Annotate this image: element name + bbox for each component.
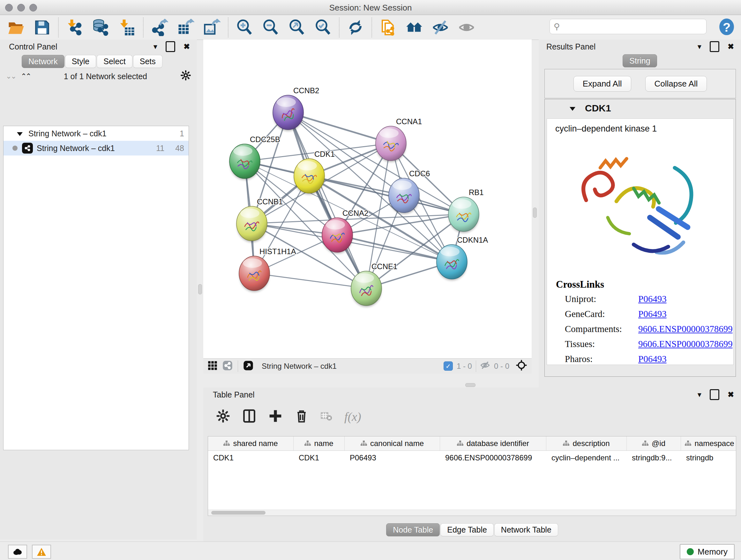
float-table-icon[interactable]	[710, 389, 719, 400]
crosslink-link[interactable]: P06493	[638, 309, 667, 319]
edge-CCNA2-CDKN1A[interactable]	[337, 235, 452, 262]
collection-expander-icon[interactable]	[17, 132, 23, 136]
selected-checkbox-icon[interactable]: ✓	[444, 361, 453, 371]
crosslink-link[interactable]: 9606.ENSP00000378699	[638, 339, 733, 349]
cell-database-identifier[interactable]: 9606.ENSP00000378699	[440, 451, 546, 465]
node-CCNB2[interactable]: CCNB2	[273, 86, 319, 131]
zoom-fit-icon[interactable]	[288, 18, 306, 37]
bottom-splitter-grip[interactable]	[465, 383, 475, 387]
left-splitter-grip[interactable]	[198, 284, 202, 294]
tab-network[interactable]: Network	[22, 55, 64, 68]
column-header--id[interactable]: @id	[627, 436, 681, 450]
cell--id[interactable]: stringdb:9...	[627, 451, 681, 465]
save-session-icon[interactable]	[33, 18, 51, 37]
zoom-out-icon[interactable]	[262, 18, 280, 37]
hidden-eye-slash-icon	[480, 360, 490, 372]
crosslink-link[interactable]: P06493	[638, 354, 667, 364]
tab-select[interactable]: Select	[97, 55, 132, 68]
tab-edge-table[interactable]: Edge Table	[441, 523, 494, 537]
search-input[interactable]	[560, 22, 706, 31]
cell-name[interactable]: CDK1	[293, 451, 345, 465]
column-header-canonical-name[interactable]: canonical name	[345, 436, 440, 450]
column-header-name[interactable]: name	[293, 436, 345, 450]
scrollbar-thumb[interactable]	[211, 511, 266, 515]
network-canvas[interactable]: CCNB2 CCNA1 CDC25B CDK1 CDC6 RB1	[203, 40, 532, 358]
edge-CCNB2-CCNE1[interactable]	[288, 112, 366, 288]
table-horizontal-scrollbar[interactable]	[208, 509, 736, 516]
search-box[interactable]: ⚲︎	[549, 19, 706, 34]
show-all-icon[interactable]	[458, 18, 475, 37]
export-table-icon[interactable]	[177, 18, 195, 37]
network-icon	[22, 143, 33, 153]
float-panel-icon[interactable]	[165, 41, 175, 52]
collapse-results-icon[interactable]: ▾	[697, 43, 701, 51]
node-HIST1H1A[interactable]: HIST1H1A	[239, 247, 296, 292]
column-header-shared-name[interactable]: shared name	[208, 436, 293, 450]
grid-view-icon[interactable]	[208, 361, 217, 372]
float-results-icon[interactable]	[710, 41, 719, 52]
zoom-in-icon[interactable]	[235, 18, 253, 37]
open-session-icon[interactable]	[7, 18, 25, 37]
tab-string[interactable]: String	[623, 54, 657, 67]
collapse-all-networks-icon[interactable]: ⌄⌄	[6, 72, 16, 80]
expand-all-networks-icon[interactable]: ⌃⌃	[21, 72, 30, 80]
entry-expander-icon[interactable]	[569, 107, 576, 111]
memory-button[interactable]: Memory	[680, 544, 735, 559]
fit-crosshair-icon[interactable]	[516, 360, 527, 373]
tab-sets[interactable]: Sets	[133, 55, 162, 68]
collapse-all-button[interactable]: Collapse All	[645, 76, 707, 91]
crosslink-label: Tissues:	[565, 339, 638, 349]
add-column-icon[interactable]	[268, 409, 282, 424]
close-panel-icon[interactable]: ✖	[184, 43, 190, 51]
edge-HIST1H1A-CCNE1[interactable]	[254, 273, 366, 288]
network-share-view-icon[interactable]	[222, 361, 232, 372]
cell-description[interactable]: cyclin–dependent ...	[546, 451, 627, 465]
cell-canonical-name[interactable]: P06493	[345, 451, 440, 465]
zoom-selected-icon[interactable]	[314, 18, 332, 37]
close-table-icon[interactable]: ✖	[728, 391, 734, 398]
crosslink-link[interactable]: P06493	[638, 294, 667, 304]
collapse-panel-icon[interactable]: ▾	[153, 43, 157, 51]
help-icon[interactable]: ?	[719, 18, 735, 35]
crosslink-label: Pharos:	[565, 354, 638, 364]
results-actions: Expand All Collapse All	[544, 69, 736, 98]
column-header-description[interactable]: description	[546, 436, 627, 450]
close-results-icon[interactable]: ✖	[728, 43, 734, 51]
right-splitter-grip[interactable]	[533, 207, 537, 218]
tab-node-table[interactable]: Node Table	[386, 523, 440, 537]
window-title: Session: New Session	[0, 3, 741, 13]
hide-selected-icon[interactable]	[431, 18, 449, 37]
export-image-icon[interactable]	[203, 18, 221, 37]
table-options-gear-icon[interactable]	[216, 409, 230, 424]
node-table[interactable]: shared name name canonical name database…	[208, 436, 736, 516]
show-columns-icon[interactable]	[242, 409, 256, 424]
collapse-table-icon[interactable]: ▾	[697, 391, 701, 398]
warning-status-button[interactable]	[32, 545, 51, 559]
cell-shared-name[interactable]: CDK1	[208, 451, 293, 465]
import-network-file-icon[interactable]	[66, 18, 84, 37]
import-network-database-icon[interactable]	[92, 18, 110, 37]
tab-style[interactable]: Style	[65, 55, 96, 68]
network-row[interactable]: String Network – cdk1 11 48	[3, 141, 189, 155]
crosslink-link[interactable]: 9606.ENSP00000378699	[638, 324, 733, 334]
apply-layout-icon[interactable]	[347, 18, 364, 37]
expand-all-button[interactable]: Expand All	[574, 76, 631, 91]
node-CCNA1[interactable]: CCNA1	[376, 117, 422, 162]
column-header-namespace[interactable]: namespace	[681, 436, 736, 450]
first-neighbors-icon[interactable]	[405, 18, 423, 37]
network-options-gear-icon[interactable]	[180, 70, 191, 83]
network-collection-row[interactable]: String Network – cdk1 1	[3, 126, 189, 141]
birds-eye-view-icon[interactable]	[243, 361, 253, 372]
column-header-database-identifier[interactable]: database identifier	[440, 436, 546, 450]
export-network-icon[interactable]	[151, 18, 169, 37]
tab-network-table[interactable]: Network Table	[494, 523, 558, 537]
import-table-file-icon[interactable]	[118, 18, 136, 37]
delete-column-trash-icon[interactable]	[294, 409, 309, 424]
edge-CCNB2-CCNA1[interactable]	[288, 112, 391, 143]
cell-namespace[interactable]: stringdb	[681, 451, 736, 465]
node-count: 11	[156, 144, 164, 153]
node-RB1[interactable]: RB1	[448, 188, 484, 233]
cloud-status-button[interactable]	[8, 545, 27, 559]
clone-network-icon[interactable]	[379, 18, 397, 37]
node-CDKN1A[interactable]: CDKN1A	[436, 236, 488, 280]
